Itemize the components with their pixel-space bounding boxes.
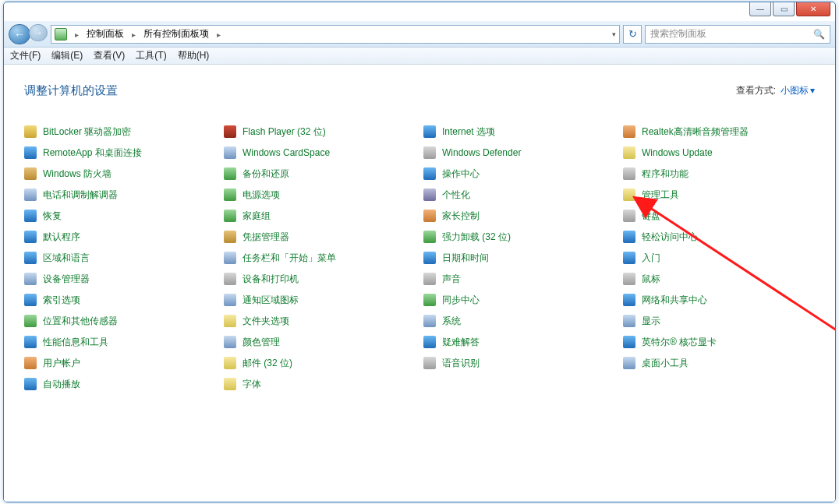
- cp-item[interactable]: 自动播放: [24, 377, 216, 391]
- cp-item-link[interactable]: Internet 选项: [442, 125, 495, 139]
- cp-item[interactable]: 同步中心: [423, 293, 615, 307]
- cp-item[interactable]: Windows Update: [623, 146, 815, 160]
- search-input[interactable]: 搜索控制面板 🔍: [645, 25, 830, 44]
- cp-item[interactable]: 文件夹选项: [224, 314, 416, 328]
- cp-item[interactable]: Realtek高清晰音频管理器: [623, 125, 815, 139]
- cp-item-link[interactable]: 通知区域图标: [242, 294, 299, 307]
- cp-item[interactable]: 语音识别: [423, 356, 615, 370]
- cp-item-link[interactable]: 邮件 (32 位): [242, 357, 292, 370]
- cp-item[interactable]: 强力卸载 (32 位): [423, 230, 615, 244]
- cp-item-link[interactable]: 日期和时间: [442, 252, 489, 265]
- cp-item[interactable]: 颜色管理: [224, 335, 416, 349]
- cp-item[interactable]: 通知区域图标: [224, 293, 416, 307]
- cp-item[interactable]: 性能信息和工具: [24, 335, 216, 349]
- cp-item[interactable]: 个性化: [423, 188, 615, 202]
- cp-item-link[interactable]: 默认程序: [43, 231, 80, 244]
- close-button[interactable]: ✕: [796, 2, 830, 16]
- cp-item-link[interactable]: 凭据管理器: [242, 231, 289, 244]
- cp-item-link[interactable]: 索引选项: [43, 294, 80, 307]
- cp-item-link[interactable]: 轻松访问中心: [642, 231, 698, 244]
- cp-item[interactable]: 键盘: [623, 209, 815, 223]
- cp-item-link[interactable]: Realtek高清晰音频管理器: [642, 125, 749, 139]
- cp-item[interactable]: 用户帐户: [24, 356, 216, 370]
- cp-item-link[interactable]: 文件夹选项: [242, 315, 289, 328]
- cp-item-link[interactable]: 强力卸载 (32 位): [442, 231, 511, 244]
- search-icon[interactable]: 🔍: [813, 29, 825, 40]
- menu-tools[interactable]: 工具(T): [136, 49, 166, 62]
- cp-item-link[interactable]: 桌面小工具: [642, 357, 689, 370]
- cp-item[interactable]: 鼠标: [623, 272, 815, 286]
- cp-item[interactable]: Windows CardSpace: [224, 146, 416, 160]
- cp-item[interactable]: RemoteApp 和桌面连接: [24, 146, 216, 160]
- cp-item[interactable]: 恢复: [24, 209, 216, 223]
- cp-item-link[interactable]: 语音识别: [442, 357, 480, 370]
- maximize-button[interactable]: ▭: [773, 2, 795, 16]
- refresh-button[interactable]: ↻: [623, 25, 642, 44]
- cp-item-link[interactable]: 电话和调制解调器: [43, 189, 118, 202]
- cp-item[interactable]: 管理工具: [623, 188, 815, 202]
- back-button[interactable]: ←: [9, 24, 30, 44]
- cp-item[interactable]: 索引选项: [24, 293, 216, 307]
- cp-item[interactable]: 程序和功能: [623, 167, 815, 181]
- cp-item-link[interactable]: Windows Defender: [442, 147, 521, 158]
- cp-item[interactable]: 显示: [623, 314, 815, 328]
- cp-item[interactable]: 电话和调制解调器: [24, 188, 216, 202]
- cp-item[interactable]: 凭据管理器: [224, 230, 416, 244]
- cp-item-link[interactable]: 恢复: [43, 210, 62, 223]
- cp-item[interactable]: 入门: [623, 251, 815, 265]
- cp-item-link[interactable]: 设备和打印机: [242, 273, 299, 286]
- address-bar[interactable]: 控制面板 所有控制面板项 ▾: [51, 25, 620, 44]
- cp-item-link[interactable]: 入门: [642, 252, 660, 265]
- breadcrumb-leaf[interactable]: 所有控制面板项: [143, 27, 209, 41]
- cp-item-link[interactable]: 同步中心: [442, 294, 480, 307]
- cp-item-link[interactable]: 电源选项: [242, 189, 280, 202]
- cp-item-link[interactable]: 任务栏和「开始」菜单: [242, 252, 336, 265]
- cp-item-link[interactable]: 个性化: [442, 189, 470, 202]
- cp-item[interactable]: 英特尔® 核芯显卡: [623, 335, 815, 349]
- cp-item-link[interactable]: 备份和还原: [242, 167, 289, 181]
- menu-help[interactable]: 帮助(H): [178, 49, 210, 62]
- menu-view[interactable]: 查看(V): [94, 49, 125, 62]
- cp-item-link[interactable]: 性能信息和工具: [43, 336, 108, 349]
- cp-item-link[interactable]: 操作中心: [442, 167, 480, 181]
- cp-item-link[interactable]: 系统: [442, 315, 461, 328]
- cp-item[interactable]: 家长控制: [423, 209, 615, 223]
- cp-item-link[interactable]: Windows Update: [642, 147, 713, 158]
- cp-item[interactable]: 任务栏和「开始」菜单: [224, 251, 416, 265]
- cp-item[interactable]: 轻松访问中心: [623, 230, 815, 244]
- cp-item[interactable]: 声音: [423, 272, 615, 286]
- cp-item-link[interactable]: 家长控制: [442, 210, 480, 223]
- cp-item-link[interactable]: 网络和共享中心: [642, 294, 707, 307]
- cp-item[interactable]: Windows Defender: [423, 146, 615, 160]
- cp-item-link[interactable]: 鼠标: [642, 273, 660, 286]
- cp-item[interactable]: 日期和时间: [423, 251, 615, 265]
- cp-item[interactable]: 区域和语言: [24, 251, 216, 265]
- cp-item-link[interactable]: Flash Player (32 位): [242, 125, 326, 139]
- cp-item-link[interactable]: 位置和其他传感器: [43, 315, 118, 328]
- cp-item[interactable]: 家庭组: [224, 209, 416, 223]
- address-dropdown-icon[interactable]: ▾: [612, 30, 616, 38]
- cp-item[interactable]: 操作中心: [423, 167, 615, 181]
- view-by-dropdown[interactable]: 小图标: [781, 84, 815, 97]
- cp-item-link[interactable]: 字体: [242, 378, 261, 391]
- cp-item[interactable]: 设备管理器: [24, 272, 216, 286]
- cp-item[interactable]: 桌面小工具: [623, 356, 815, 370]
- cp-item[interactable]: 系统: [423, 314, 615, 328]
- breadcrumb-root[interactable]: 控制面板: [87, 27, 124, 41]
- cp-item-link[interactable]: 显示: [642, 315, 660, 328]
- cp-item-link[interactable]: 设备管理器: [43, 273, 90, 286]
- cp-item-link[interactable]: 家庭组: [242, 210, 271, 223]
- cp-item[interactable]: 字体: [224, 377, 416, 391]
- cp-item-link[interactable]: 颜色管理: [242, 336, 280, 349]
- forward-button[interactable]: →: [29, 24, 48, 41]
- cp-item[interactable]: 电源选项: [224, 188, 416, 202]
- cp-item-link[interactable]: 程序和功能: [642, 167, 689, 181]
- cp-item-link[interactable]: 声音: [442, 273, 461, 286]
- cp-item[interactable]: 备份和还原: [224, 167, 416, 181]
- menu-file[interactable]: 文件(F): [10, 49, 41, 62]
- cp-item[interactable]: 邮件 (32 位): [224, 356, 416, 370]
- cp-item-link[interactable]: 键盘: [642, 210, 660, 223]
- cp-item-link[interactable]: 英特尔® 核芯显卡: [642, 336, 717, 349]
- cp-item[interactable]: 位置和其他传感器: [24, 314, 216, 328]
- cp-item[interactable]: Windows 防火墙: [24, 167, 216, 181]
